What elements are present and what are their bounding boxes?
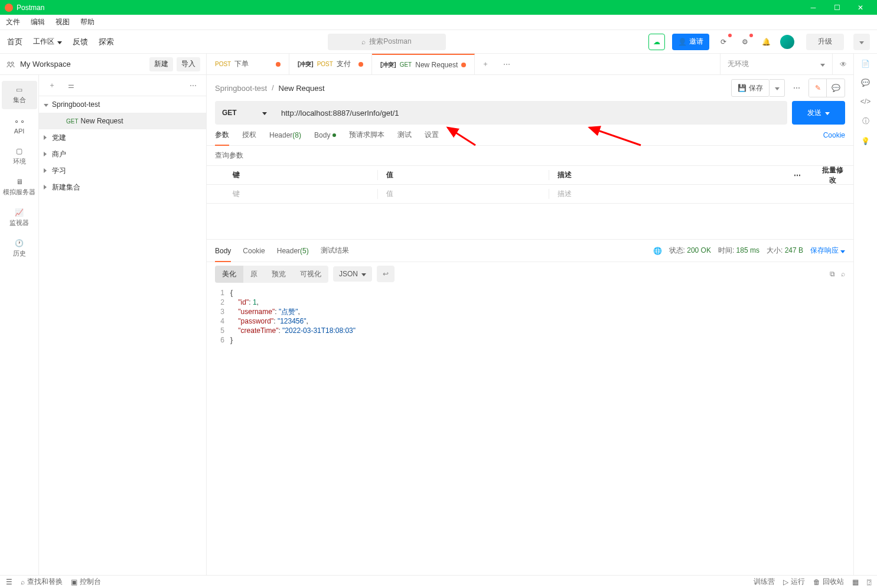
sb-sidebar-toggle-icon[interactable]: ☰ xyxy=(6,578,12,586)
params-header-more-icon[interactable]: ⋯ xyxy=(783,171,812,179)
req-tab-prerequest[interactable]: 预请求脚本 xyxy=(349,125,384,146)
comment-mode-icon[interactable]: 💬 xyxy=(827,79,845,97)
tree-folder-3[interactable]: 新建集合 xyxy=(39,179,206,195)
req-tab-auth[interactable]: 授权 xyxy=(242,125,256,146)
wrap-lines-icon[interactable]: ↩ xyxy=(377,266,395,282)
resp-tab-cookie[interactable]: Cookie xyxy=(243,240,265,262)
more-actions-icon[interactable]: ⋯ xyxy=(790,81,804,95)
params-header-desc: 描述 xyxy=(549,170,783,180)
save-dropdown[interactable] xyxy=(770,79,785,97)
tree-collection-springboot[interactable]: Springboot-test xyxy=(39,96,206,113)
tree-folder-0[interactable]: 党建 xyxy=(39,129,206,146)
sb-trash[interactable]: 🗑回收站 xyxy=(813,577,844,587)
tab-0[interactable]: POST下单 xyxy=(207,54,289,74)
view-preview[interactable]: 预览 xyxy=(265,266,293,283)
req-tab-tests[interactable]: 测试 xyxy=(397,125,412,146)
workspace-name[interactable]: My Workspace xyxy=(20,60,146,68)
param-key-input[interactable]: 键 xyxy=(207,189,378,199)
code-icon[interactable]: </> xyxy=(860,97,871,106)
more-icon[interactable]: ⋯ xyxy=(186,79,200,93)
nav-feedback[interactable]: 反馈 xyxy=(73,37,88,47)
environment-selector[interactable]: 无环境 xyxy=(720,54,832,74)
notifications-icon[interactable]: 🔔 xyxy=(759,35,773,49)
resp-tab-tests[interactable]: 测试结果 xyxy=(321,240,349,262)
network-icon[interactable]: 🌐 xyxy=(653,247,662,255)
view-raw[interactable]: 原 xyxy=(243,266,265,283)
menu-file[interactable]: 文件 xyxy=(6,17,20,27)
sb-layout-icon[interactable]: ▦ xyxy=(852,577,859,587)
new-button[interactable]: 新建 xyxy=(149,57,173,71)
cookies-link[interactable]: Cookie xyxy=(823,131,845,139)
menu-edit[interactable]: 编辑 xyxy=(31,17,45,27)
view-visualize[interactable]: 可视化 xyxy=(293,266,328,283)
import-button[interactable]: 导入 xyxy=(177,57,200,71)
req-tab-settings[interactable]: 设置 xyxy=(425,125,439,146)
rail-mock[interactable]: 🖥模拟服务器 xyxy=(2,173,37,201)
filter-icon[interactable]: ⚌ xyxy=(64,79,78,93)
docs-icon[interactable]: 📄 xyxy=(861,60,870,68)
hint-icon[interactable]: 💡 xyxy=(861,137,870,145)
menu-view[interactable]: 视图 xyxy=(56,17,70,27)
sb-help-icon[interactable]: ⍰ xyxy=(867,577,871,587)
rail-api[interactable]: ⚬⚬API xyxy=(2,112,37,140)
copy-icon[interactable]: ⧉ xyxy=(830,270,835,278)
upgrade-button[interactable]: 升级 xyxy=(806,34,844,50)
rail-collections[interactable]: ▭集合 xyxy=(2,81,37,109)
settings-icon[interactable]: ⚙ xyxy=(738,35,752,49)
minimize-button[interactable]: ─ xyxy=(801,0,825,15)
user-avatar[interactable] xyxy=(780,35,794,49)
nav-explore[interactable]: 探索 xyxy=(99,37,114,47)
upgrade-dropdown[interactable] xyxy=(853,34,870,50)
sb-bootcamp[interactable]: 训练营 xyxy=(754,577,775,587)
nav-home[interactable]: 首页 xyxy=(7,37,22,47)
nav-workspace-dropdown[interactable]: 工作区 xyxy=(33,37,62,47)
sb-find-replace[interactable]: ⌕查找和替换 xyxy=(21,577,63,587)
rail-monitor[interactable]: 📈监视器 xyxy=(2,204,37,232)
global-search[interactable]: ⌕ 搜索Postman xyxy=(328,34,446,50)
comments-icon[interactable]: 💬 xyxy=(861,79,870,87)
right-rail: 📄 💬 </> ⓘ 💡 xyxy=(853,54,877,575)
param-value-input[interactable]: 值 xyxy=(378,189,549,199)
sync-status-icon[interactable]: ⟳ xyxy=(716,35,731,49)
breadcrumb-parent[interactable]: Springboot-test xyxy=(215,84,267,93)
maximize-button[interactable]: ☐ xyxy=(825,0,849,15)
tree-folder-2[interactable]: 学习 xyxy=(39,162,206,179)
sb-console[interactable]: ▣控制台 xyxy=(71,577,101,587)
tab-add-button[interactable]: ＋ xyxy=(475,54,496,74)
invite-button[interactable]: 👤邀请 xyxy=(672,34,709,50)
tab-1[interactable]: [冲突]POST支付 xyxy=(289,54,372,74)
add-icon[interactable]: ＋ xyxy=(45,79,59,93)
tab-2[interactable]: [冲突]GETNew Request xyxy=(372,54,475,74)
tab-more-button[interactable]: ⋯ xyxy=(496,54,517,74)
breadcrumb-current[interactable]: New Request xyxy=(279,84,325,93)
resp-tab-header[interactable]: Header (5) xyxy=(277,240,309,262)
environment-quicklook-icon[interactable]: 👁 xyxy=(832,54,853,74)
req-tab-params[interactable]: 参数 xyxy=(215,125,229,146)
sb-runner[interactable]: ▷运行 xyxy=(783,577,805,587)
sync-icon[interactable]: ☁ xyxy=(648,34,665,50)
req-tab-headers[interactable]: Header (8) xyxy=(269,125,301,146)
edit-mode-icon[interactable]: ✎ xyxy=(809,79,827,97)
view-pretty[interactable]: 美化 xyxy=(215,266,243,283)
response-body[interactable]: 123456 { "id": 1, "username": "点赞", "pas… xyxy=(207,286,853,575)
tree-request-new[interactable]: GETNew Request xyxy=(39,113,206,129)
info-icon[interactable]: ⓘ xyxy=(862,116,869,126)
bulk-edit-button[interactable]: 批量修改 xyxy=(812,165,853,185)
save-response-button[interactable]: 保存响应 xyxy=(810,246,845,256)
method-selector[interactable]: GET xyxy=(215,101,274,125)
tree-folder-1[interactable]: 商户 xyxy=(39,146,206,162)
send-button[interactable]: 发送 xyxy=(792,101,845,125)
menu-help[interactable]: 帮助 xyxy=(80,17,94,27)
url-input[interactable] xyxy=(274,101,787,125)
search-response-icon[interactable]: ⌕ xyxy=(841,270,845,278)
save-button[interactable]: 💾保存 xyxy=(731,79,770,97)
resp-tab-body[interactable]: Body xyxy=(215,240,231,262)
param-desc-input[interactable]: 描述 xyxy=(549,189,783,199)
close-button[interactable]: ✕ xyxy=(849,0,872,15)
rail-history[interactable]: 🕐历史 xyxy=(2,234,37,263)
collections-icon: ▭ xyxy=(16,86,22,94)
req-tab-body[interactable]: Body xyxy=(314,125,336,146)
rail-environments[interactable]: ▢环境 xyxy=(2,142,37,171)
format-dropdown[interactable]: JSON xyxy=(333,266,372,282)
response-area: Body Cookie Header (5) 测试结果 🌐 状态: 200 OK… xyxy=(207,239,853,575)
